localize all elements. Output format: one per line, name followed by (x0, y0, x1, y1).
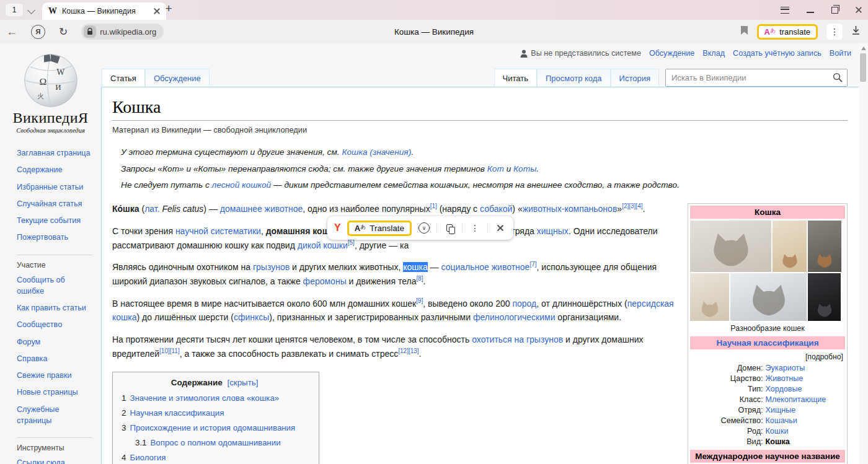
classification-header[interactable]: Научная классификация (690, 336, 845, 349)
cat-photo[interactable] (808, 273, 841, 321)
personal-link[interactable]: Обсуждение (649, 49, 694, 58)
sidebar-link[interactable]: Сообщество (17, 319, 94, 330)
action-tab[interactable]: История (611, 69, 659, 87)
window-menu-icon[interactable] (781, 7, 789, 14)
action-tab[interactable]: Читать (494, 69, 537, 87)
scrollbar-thumb[interactable] (860, 53, 866, 82)
sidebar-link[interactable]: Избранные статьи (17, 182, 94, 193)
sidebar-link[interactable]: Форум (17, 336, 94, 348)
sidebar-link[interactable]: Пожертвовать (17, 232, 94, 243)
reference-link[interactable]: [10][11] (159, 348, 180, 354)
yandex-browser-icon[interactable]: Я (31, 25, 45, 39)
popup-kebab-menu[interactable]: ⋮ (469, 222, 481, 234)
namespace-tab[interactable]: Статья (102, 69, 145, 87)
article-link[interactable]: Кошка (значения) (342, 147, 411, 157)
sidebar-link[interactable]: Служебные страницы (17, 404, 94, 427)
download-icon[interactable] (851, 25, 861, 38)
cat-photo[interactable] (808, 221, 841, 272)
sidebar-link[interactable]: Новые страницы (17, 387, 94, 398)
tab-count-button[interactable]: 1 (5, 3, 24, 17)
sidebar-link[interactable]: Содержание (17, 164, 94, 175)
article-link[interactable]: лесной кошкой (212, 180, 272, 190)
toc-link[interactable]: Научная классификация (130, 408, 224, 418)
action-tab[interactable]: Просмотр кода (537, 69, 611, 87)
reference-link[interactable]: [12][13] (398, 348, 418, 354)
article-link[interactable]: животных-компаньонов (523, 204, 618, 214)
cat-photo[interactable] (690, 273, 729, 321)
reference-link[interactable]: [7] (529, 261, 536, 268)
personal-link[interactable]: Создать учётную запись (733, 49, 822, 58)
wiki-search-box[interactable] (665, 69, 848, 87)
yandex-logo-icon[interactable]: Y (334, 222, 341, 234)
minimize-icon[interactable] (807, 12, 814, 13)
taxon-link[interactable]: Кошачьи (766, 416, 797, 426)
reference-link[interactable]: [1] (430, 203, 437, 210)
reference-link[interactable]: [8] (416, 275, 423, 282)
article-link[interactable]: пород (512, 299, 536, 309)
scroll-up-icon[interactable] (861, 46, 866, 50)
toc-hide-link[interactable]: [скрыть] (228, 378, 259, 387)
sidebar-link[interactable]: Справка (17, 353, 94, 364)
cat-photo[interactable] (690, 221, 771, 272)
taxon-link[interactable]: Эукариоты (766, 363, 805, 374)
cat-photo[interactable] (730, 273, 807, 321)
toc-link[interactable]: Вопрос о полном одомашнивании (151, 438, 281, 447)
reference-link[interactable]: [9] (416, 297, 423, 304)
article-link[interactable]: грызунов (253, 262, 290, 272)
reference-link[interactable]: [2][3][4] (622, 203, 642, 210)
toc-link[interactable]: Значение и этимология слова «кошка» (130, 393, 279, 403)
taxon-link[interactable]: Кошки (766, 426, 789, 437)
lock-icon[interactable] (84, 25, 96, 38)
sidebar-link[interactable]: Как править статьи (17, 302, 94, 313)
article-link[interactable]: социальное животное (441, 262, 530, 272)
reference-link[interactable]: [5] (348, 239, 355, 246)
article-link[interactable]: дикой кошки (298, 240, 348, 250)
namespace-tab[interactable]: Обсуждение (145, 69, 210, 87)
details-link[interactable]: [подробно] (690, 349, 845, 363)
address-bar[interactable]: ru.wikipedia.org (81, 24, 164, 40)
tab-chevron-down-icon[interactable] (27, 6, 35, 14)
sidebar-link[interactable]: Свежие правки (17, 370, 94, 381)
personal-link[interactable]: Войти (830, 49, 851, 58)
window-close-icon[interactable] (856, 7, 862, 13)
article-link[interactable]: сфинксы (234, 312, 269, 322)
tab-close-icon[interactable] (154, 8, 160, 14)
copy-icon[interactable] (443, 222, 456, 234)
article-link[interactable]: Кот (487, 164, 504, 173)
taxon-link[interactable]: Животные (766, 374, 804, 384)
popup-close-icon[interactable] (494, 222, 507, 234)
search-icon[interactable] (833, 72, 843, 84)
cat-photo[interactable] (773, 221, 807, 272)
reload-icon[interactable]: ↻ (59, 27, 68, 37)
taxon-link[interactable]: Хищные (766, 405, 796, 416)
personal-link[interactable]: Вклад (702, 49, 725, 58)
article-link[interactable]: домашнее животное (220, 204, 303, 214)
search-input[interactable] (666, 69, 847, 86)
article-link[interactable]: охотиться на грызунов (472, 335, 563, 344)
toolbar-kebab-menu[interactable]: ⋮ (826, 24, 843, 40)
toc-link[interactable]: Биология (130, 453, 166, 462)
sidebar-link[interactable]: Текущие события (17, 215, 94, 226)
popup-translate-button[interactable]: Aあ Translate (347, 221, 412, 236)
bookmark-icon[interactable] (740, 25, 748, 38)
back-arrow-icon[interactable]: ← (6, 26, 17, 37)
sidebar-link[interactable]: Ссылки сюда (17, 457, 94, 464)
toolbar-translate-button[interactable]: Aあ translate (757, 24, 818, 40)
assistant-icon[interactable]: ∨ (418, 222, 430, 234)
taxon-link[interactable]: Хордовые (766, 384, 802, 395)
article-link[interactable]: лат. (144, 204, 159, 214)
restore-icon[interactable] (831, 7, 838, 14)
sidebar-link[interactable]: Заглавная страница (17, 147, 94, 159)
article-link[interactable]: фелинологическими (473, 312, 556, 322)
sidebar-link[interactable]: Сообщить об ошибке (17, 274, 94, 297)
browser-tab[interactable]: W Кошка — Википедия (42, 2, 166, 20)
article-link[interactable]: феромоны (303, 276, 347, 286)
wikipedia-logo[interactable]: Ω W И 火 ВикипедиЯ Свободная энциклопедия (0, 43, 101, 134)
page-scrollbar[interactable] (858, 43, 868, 464)
article-link[interactable]: Коты (513, 164, 536, 173)
article-link[interactable]: хищных (537, 226, 569, 236)
new-tab-button[interactable]: + (161, 2, 176, 15)
taxon-link[interactable]: Млекопитающие (766, 395, 826, 405)
sidebar-link[interactable]: Случайная статья (17, 198, 94, 209)
selected-word[interactable]: кошка (403, 262, 428, 272)
